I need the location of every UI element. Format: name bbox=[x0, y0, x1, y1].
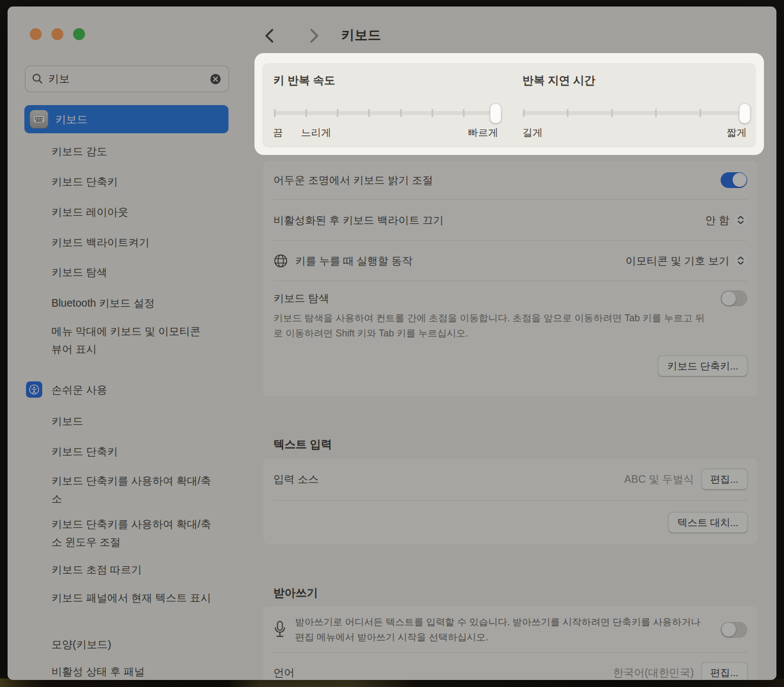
system-settings-window: 키보 bbox=[8, 7, 776, 680]
key-repeat-rate-title: 키 반복 속도 bbox=[273, 73, 496, 88]
key-repeat-rate-slider-handle[interactable] bbox=[490, 103, 501, 124]
slider-tick bbox=[305, 109, 307, 117]
text-input-section-title: 텍스트 입력 bbox=[273, 437, 332, 452]
sidebar-item-a11y-follow-focus[interactable]: 키보드 초점 따르기 bbox=[51, 561, 142, 579]
row-label: 키를 누를 때 실행할 동작 bbox=[295, 254, 625, 268]
main-pane: 키보드 키 반복 속도 끔 느리게 빠르게 bbox=[241, 7, 776, 680]
sidebar-group-accessibility[interactable]: 손쉬운 사용 bbox=[26, 381, 107, 398]
backlight-off-row: 비활성화된 후 키보드 백라이트 끄기 안 함 bbox=[263, 200, 758, 240]
sidebar-item-bluetooth-keyboard[interactable]: Bluetooth 키보드 설정 bbox=[51, 294, 155, 312]
label-long: 길게 bbox=[522, 126, 543, 139]
keyboard-navigation-description: 키보드 탐색을 사용하여 컨트롤 간에 초점을 이동합니다. 초점을 앞으로 이… bbox=[273, 310, 712, 341]
keyboard-shortcuts-button[interactable]: 키보드 단축키... bbox=[658, 356, 747, 376]
text-replace-row: 텍스트 대치... bbox=[263, 501, 758, 544]
close-window-button[interactable] bbox=[30, 28, 42, 40]
repeat-delay-title: 반복 지연 시간 bbox=[522, 73, 746, 88]
sidebar-item-keyboard-navigation[interactable]: 키보드 탐색 bbox=[51, 263, 107, 281]
dictation-description: 받아쓰기로 어디서든 텍스트를 입력할 수 있습니다. 받아쓰기를 시작하려면 … bbox=[295, 614, 712, 645]
slider-tick bbox=[400, 109, 402, 117]
sidebar-item-keyboard-sensitivity[interactable]: 키보드 감도 bbox=[51, 142, 107, 160]
dictation-language-value: 한국어(대한민국) bbox=[613, 665, 694, 680]
slider-tick bbox=[463, 109, 465, 117]
slider-tick bbox=[700, 109, 701, 117]
slider-tick bbox=[655, 109, 657, 117]
sidebar-group-label: 손쉬운 사용 bbox=[51, 383, 107, 397]
sliders-card: 키 반복 속도 끔 느리게 빠르게 반복 지연 시간 bbox=[263, 63, 756, 147]
row-label: 입력 소스 bbox=[273, 472, 624, 487]
repeat-delay-slider-handle[interactable] bbox=[739, 103, 750, 124]
toggle-knob bbox=[722, 291, 736, 306]
sidebar-item-a11y-keyboard[interactable]: 키보드 bbox=[51, 412, 83, 430]
search-icon bbox=[32, 73, 43, 85]
globe-key-value: 이모티콘 및 기호 보기 bbox=[625, 254, 729, 268]
sidebar-item-keyboard-shortcuts[interactable]: 키보드 단축키 bbox=[51, 173, 117, 191]
input-source-edit-button[interactable]: 편집... bbox=[702, 469, 747, 489]
input-source-value: ABC 및 두벌식 bbox=[624, 472, 694, 487]
label-short: 짧게 bbox=[727, 126, 747, 139]
keyboard-brightness-row: 어두운 조명에서 키보드 밝기 조절 bbox=[263, 160, 758, 199]
page-title: 키보드 bbox=[341, 26, 381, 44]
dictation-intro-row: 받아쓰기로 어디서든 텍스트를 입력할 수 있습니다. 받아쓰기를 시작하려면 … bbox=[263, 606, 758, 652]
globe-icon bbox=[273, 254, 288, 268]
input-source-row: 입력 소스 ABC 및 두벌식 편집... bbox=[263, 458, 758, 500]
search-input-value: 키보 bbox=[48, 72, 209, 86]
back-button[interactable] bbox=[263, 27, 279, 44]
keyboard-navigation-toggle[interactable] bbox=[721, 290, 747, 306]
row-label: 어두운 조명에서 키보드 밝기 조절 bbox=[273, 173, 721, 187]
key-repeat-rate-group: 키 반복 속도 끔 느리게 빠르게 bbox=[273, 73, 496, 140]
text-input-card: 입력 소스 ABC 및 두벌식 편집... 텍스트 대치... bbox=[263, 458, 758, 545]
globe-key-dropdown[interactable] bbox=[734, 254, 747, 267]
sidebar-item-a11y-appearance[interactable]: 모양(키보드) bbox=[51, 636, 112, 653]
toggle-knob bbox=[733, 173, 747, 187]
label-fast: 빠르게 bbox=[468, 126, 499, 139]
clear-search-icon[interactable] bbox=[209, 73, 222, 86]
row-label: 언어 bbox=[273, 665, 613, 680]
dictation-language-edit-button[interactable]: 편집... bbox=[702, 663, 747, 680]
keyboard-app-icon bbox=[30, 110, 48, 128]
sidebar-item-label: 키보드 bbox=[55, 112, 88, 127]
text-replacements-button[interactable]: 텍스트 대치... bbox=[669, 513, 747, 533]
shortcuts-button-row: 키보드 단축키... bbox=[263, 345, 758, 386]
repeat-delay-group: 반복 지연 시간 길게 짧게 bbox=[522, 73, 746, 140]
slider-tick bbox=[337, 109, 338, 117]
forward-button[interactable] bbox=[307, 27, 323, 44]
backlight-off-value: 안 함 bbox=[705, 213, 729, 228]
slider-tick bbox=[274, 109, 276, 117]
slider-tick bbox=[611, 109, 613, 117]
dictation-section-title: 받아쓰기 bbox=[273, 585, 318, 600]
search-input[interactable]: 키보 bbox=[25, 66, 229, 92]
slider-tick bbox=[567, 109, 569, 117]
dictation-language-row: 언어 한국어(대한민국) 편집... bbox=[263, 653, 758, 680]
zoom-window-button[interactable] bbox=[73, 28, 85, 40]
window-controls bbox=[30, 28, 85, 40]
sidebar-item-a11y-panel-text[interactable]: 키보드 패널에서 현재 텍스트 표시 bbox=[51, 589, 211, 607]
sidebar-item-a11y-zoom-shortcuts[interactable]: 키보드 단축키를 사용하여 확대/축소 bbox=[51, 472, 214, 508]
microphone-icon bbox=[273, 620, 286, 639]
dictation-toggle[interactable] bbox=[721, 622, 747, 638]
highlighted-sliders-panel: 키 반복 속도 끔 느리게 빠르게 반복 지연 시간 bbox=[254, 53, 764, 155]
slider-tick bbox=[432, 109, 433, 117]
sidebar-item-keyboard-selected[interactable]: 키보드 bbox=[24, 105, 228, 133]
backlight-off-dropdown[interactable] bbox=[734, 213, 747, 226]
sidebar-item-keyboard-backlight[interactable]: 키보드 백라이트켜기 bbox=[51, 234, 149, 251]
sidebar-item-menubar-viewer[interactable]: 메뉴 막대에 키보드 및 이모티콘 뷰어 표시 bbox=[51, 322, 208, 358]
slider-tick bbox=[368, 109, 370, 117]
globe-key-row: 키를 누를 때 실행할 동작 이모티콘 및 기호 보기 bbox=[263, 241, 758, 281]
sidebar: 키보 bbox=[8, 7, 241, 680]
label-off: 끔 bbox=[273, 126, 283, 139]
toggle-knob bbox=[722, 623, 736, 637]
keyboard-settings-card: 어두운 조명에서 키보드 밝기 조절 비활성화된 후 키보드 백라이트 끄기 안… bbox=[263, 160, 758, 397]
row-label: 키보드 탐색 bbox=[273, 291, 721, 306]
sidebar-item-a11y-zoom-window[interactable]: 키보드 단축키를 사용하여 확대/축소 윈도우 조절 bbox=[51, 515, 214, 551]
keyboard-navigation-row: 키보드 탐색 키보드 탐색을 사용하여 컨트롤 간에 초점을 이동합니다. 초점… bbox=[263, 281, 758, 341]
sidebar-item-a11y-inactive-panel[interactable]: 비활성 상태 후 패널 bbox=[51, 663, 145, 680]
slider-tick bbox=[523, 109, 525, 117]
dictation-card: 받아쓰기로 어디서든 텍스트를 입력할 수 있습니다. 받아쓰기를 시작하려면 … bbox=[263, 606, 758, 680]
label-slow: 느리게 bbox=[301, 126, 331, 139]
keyboard-brightness-toggle[interactable] bbox=[721, 172, 747, 188]
minimize-window-button[interactable] bbox=[51, 28, 63, 40]
sidebar-item-keyboard-layout[interactable]: 키보드 레이아웃 bbox=[51, 203, 128, 221]
accessibility-icon bbox=[26, 381, 42, 398]
row-label: 비활성화된 후 키보드 백라이트 끄기 bbox=[273, 213, 705, 228]
sidebar-item-a11y-shortcuts[interactable]: 키보드 단축키 bbox=[51, 443, 117, 461]
